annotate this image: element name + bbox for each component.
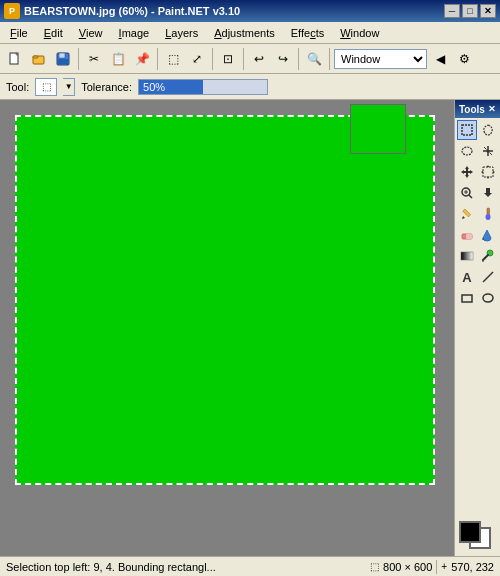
window-select[interactable]: Window Full Screen Fit to Window <box>334 49 427 69</box>
menu-view[interactable]: View <box>71 23 111 43</box>
settings-button[interactable]: ⚙ <box>453 48 475 70</box>
status-bar: Selection top left: 9, 4. Bounding recta… <box>0 556 500 576</box>
status-left: Selection top left: 9, 4. Bounding recta… <box>6 561 216 573</box>
tool-line[interactable] <box>478 267 498 287</box>
fg-bg-colors <box>459 521 499 549</box>
extras-button[interactable]: ◀ <box>429 48 451 70</box>
menu-edit[interactable]: Edit <box>36 23 71 43</box>
menu-layers[interactable]: Layers <box>157 23 206 43</box>
tools-panel-title: Tools ✕ <box>455 100 500 118</box>
title-bar-left: P BEARSTOWN.jpg (60%) - Paint.NET v3.10 <box>4 3 240 19</box>
mini-preview <box>350 104 406 154</box>
svg-marker-31 <box>482 261 484 262</box>
status-text: Selection top left: 9, 4. Bounding recta… <box>6 561 216 573</box>
svg-line-30 <box>483 255 488 260</box>
tool-lasso-select[interactable] <box>478 120 498 140</box>
svg-rect-21 <box>463 209 471 217</box>
svg-rect-6 <box>58 59 68 64</box>
tool-rectangle-shape[interactable] <box>457 288 477 308</box>
tool-icon-area[interactable]: ⬚ <box>35 78 57 96</box>
status-right: ⬚ 800 × 600 + 570, 232 <box>370 560 494 574</box>
new-button[interactable] <box>4 48 26 70</box>
tool-rectangle-select[interactable] <box>457 120 477 140</box>
tool-magic-wand[interactable] <box>478 141 498 161</box>
foreground-color-swatch[interactable] <box>459 521 481 543</box>
title-buttons[interactable]: ─ □ ✕ <box>444 4 496 18</box>
svg-marker-22 <box>462 216 465 219</box>
dimensions-icon: ⬚ <box>370 561 379 572</box>
tool-paint-brush[interactable] <box>478 204 498 224</box>
status-separator <box>436 560 437 574</box>
tool-gradient[interactable] <box>457 246 477 266</box>
tool-color-picker[interactable] <box>478 246 498 266</box>
svg-point-24 <box>486 214 491 220</box>
copy-button[interactable]: 📋 <box>107 48 129 70</box>
tolerance-bar[interactable]: 50% <box>138 79 268 95</box>
undo-button[interactable]: ↩ <box>248 48 270 70</box>
cursor-position: 570, 232 <box>451 561 494 573</box>
toolbar-separator-2 <box>157 48 158 70</box>
svg-rect-28 <box>461 252 473 260</box>
paste-button[interactable]: 📌 <box>131 48 153 70</box>
minimize-button[interactable]: ─ <box>444 4 460 18</box>
svg-rect-33 <box>462 295 472 302</box>
tools-panel-label: Tools <box>459 104 485 115</box>
tool-ellipse-select[interactable] <box>457 141 477 161</box>
tool-pan[interactable] <box>478 183 498 203</box>
canvas[interactable] <box>15 115 435 485</box>
tool-move-selected[interactable] <box>457 162 477 182</box>
crop-button[interactable]: ⬚ <box>162 48 184 70</box>
tool-options-bar: Tool: ⬚ ▼ Tolerance: 50% <box>0 74 500 100</box>
window-title: BEARSTOWN.jpg (60%) - Paint.NET v3.10 <box>24 5 240 17</box>
menu-window[interactable]: Window <box>332 23 387 43</box>
resize-button[interactable]: ⤢ <box>186 48 208 70</box>
tool-dropdown-arrow[interactable]: ▼ <box>63 78 75 96</box>
maximize-button[interactable]: □ <box>462 4 478 18</box>
toolbar-separator-3 <box>212 48 213 70</box>
tool-text[interactable]: A <box>457 267 477 287</box>
tool-move-selection[interactable] <box>478 162 498 182</box>
toolbar-separator-1 <box>78 48 79 70</box>
tolerance-value: 50% <box>143 81 165 93</box>
canvas-container[interactable] <box>0 100 454 556</box>
svg-line-18 <box>469 195 472 198</box>
menu-file[interactable]: File <box>2 23 36 43</box>
zoom-button[interactable]: 🔍 <box>303 48 325 70</box>
app-icon: P <box>4 3 20 19</box>
redo-button[interactable]: ↪ <box>272 48 294 70</box>
open-button[interactable] <box>28 48 50 70</box>
svg-point-8 <box>462 147 472 155</box>
toolbar-separator-6 <box>329 48 330 70</box>
deselect-button[interactable]: ⊡ <box>217 48 239 70</box>
title-bar: P BEARSTOWN.jpg (60%) - Paint.NET v3.10 … <box>0 0 500 22</box>
menu-adjustments[interactable]: Adjustments <box>206 23 283 43</box>
tool-pencil[interactable] <box>457 204 477 224</box>
menu-effects[interactable]: Effects <box>283 23 332 43</box>
color-area <box>457 521 498 551</box>
close-button[interactable]: ✕ <box>480 4 496 18</box>
save-button[interactable] <box>52 48 74 70</box>
menu-bar: File Edit View Image Layers Adjustments … <box>0 22 500 44</box>
tool-paint-bucket[interactable] <box>478 225 498 245</box>
tools-grid: A <box>455 118 500 310</box>
tool-zoom[interactable] <box>457 183 477 203</box>
cursor-icon: + <box>441 561 447 572</box>
tool-ellipse-shape[interactable] <box>478 288 498 308</box>
toolbar-separator-4 <box>243 48 244 70</box>
toolbar-separator-5 <box>298 48 299 70</box>
svg-point-34 <box>483 294 493 302</box>
svg-point-15 <box>487 150 490 153</box>
tool-eraser[interactable] <box>457 225 477 245</box>
cut-button[interactable]: ✂ <box>83 48 105 70</box>
svg-rect-3 <box>33 56 38 58</box>
tools-panel-close[interactable]: ✕ <box>488 104 496 114</box>
svg-line-32 <box>483 272 493 282</box>
svg-rect-5 <box>59 53 65 58</box>
image-dimensions: 800 × 600 <box>383 561 432 573</box>
svg-rect-16 <box>483 167 493 177</box>
menu-image[interactable]: Image <box>111 23 158 43</box>
tool-label: Tool: <box>6 81 29 93</box>
toolbar: ✂ 📋 📌 ⬚ ⤢ ⊡ ↩ ↪ 🔍 Window Full Screen Fit… <box>0 44 500 74</box>
svg-line-14 <box>490 153 493 156</box>
main-area: Tools ✕ <box>0 100 500 556</box>
